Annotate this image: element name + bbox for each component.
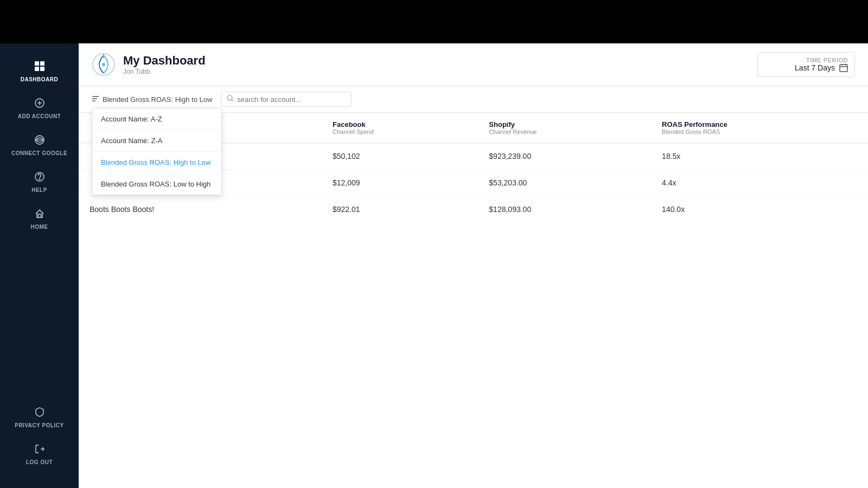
header-title-group: My Dashboard Jon Tubb xyxy=(123,54,206,75)
sidebar-item-label: CONNECT GOOGLE xyxy=(11,150,67,156)
grid-icon xyxy=(34,61,45,74)
svg-rect-2 xyxy=(35,67,39,71)
facebook-spend-cell: $12,009 xyxy=(322,170,478,196)
sidebar-item-log-out[interactable]: LOG OUT xyxy=(0,437,79,472)
svg-rect-16 xyxy=(840,65,847,72)
calendar-icon xyxy=(839,63,848,72)
col-header-roas: ROAS Performance Blended Gross ROAS xyxy=(651,113,868,143)
svg-rect-0 xyxy=(35,61,39,66)
time-period-label: Time Period xyxy=(806,57,848,63)
sidebar-item-label: PRIVACY POLICY xyxy=(15,422,64,428)
sidebar-item-help[interactable]: HELP xyxy=(0,165,79,200)
sort-icon xyxy=(92,95,99,104)
question-circle-icon xyxy=(34,171,45,185)
main-content: My Dashboard Jon Tubb Time Period Last 7… xyxy=(79,43,868,488)
time-period-text: Last 7 Days xyxy=(795,63,835,72)
toolbar: Blended Gross ROAS: High to Low Account … xyxy=(79,86,868,113)
home-icon xyxy=(34,208,45,222)
sort-button[interactable]: Blended Gross ROAS: High to Low xyxy=(92,93,212,106)
dropdown-item-roas-low-high[interactable]: Blended Gross ROAS: Low to High xyxy=(92,174,221,195)
sidebar-item-add-account[interactable]: ADD ACCOUNT xyxy=(0,91,79,126)
search-box xyxy=(221,92,352,107)
svg-rect-11 xyxy=(38,214,41,217)
svg-point-14 xyxy=(102,63,105,66)
sort-dropdown-menu: Account Name: A-Z Account Name: Z-A Blen… xyxy=(92,108,222,195)
account-name-cell: Boots Boots Boots! xyxy=(79,196,322,223)
time-period-value: Last 7 Days xyxy=(795,63,848,72)
shopify-revenue-cell: $53,203.00 xyxy=(478,170,651,196)
svg-rect-1 xyxy=(40,61,44,66)
page-subtitle: Jon Tubb xyxy=(123,68,206,75)
search-icon xyxy=(227,95,234,104)
shopify-revenue-cell: $128,093.00 xyxy=(478,196,651,223)
shopify-revenue-cell: $923,239.00 xyxy=(478,143,651,170)
table-row[interactable]: Boots Boots Boots! $922.01 $128,093.00 1… xyxy=(79,196,868,223)
sidebar: DASHBOARD ADD ACCOUNT xyxy=(0,43,79,488)
sidebar-item-label: HELP xyxy=(31,187,47,193)
roas-performance-cell: 18.5x xyxy=(651,143,868,170)
dropdown-item-roas-high-low[interactable]: Blended Gross ROAS: High to Low xyxy=(92,152,221,174)
plus-circle-icon xyxy=(34,98,45,111)
page-header: My Dashboard Jon Tubb Time Period Last 7… xyxy=(79,43,868,86)
sidebar-nav: DASHBOARD ADD ACCOUNT xyxy=(0,54,79,400)
app-logo xyxy=(92,53,116,76)
svg-rect-3 xyxy=(40,67,44,71)
svg-point-10 xyxy=(39,178,40,179)
sort-label: Blended Gross ROAS: High to Low xyxy=(103,95,212,104)
shield-icon xyxy=(34,407,45,420)
sidebar-item-label: DASHBOARD xyxy=(21,76,59,82)
page-title: My Dashboard xyxy=(123,54,206,68)
col-header-shopify: Shopify Channel Revenue xyxy=(478,113,651,143)
sidebar-item-connect-google[interactable]: CONNECT GOOGLE xyxy=(0,128,79,163)
time-period-widget[interactable]: Time Period Last 7 Days xyxy=(757,52,855,77)
facebook-spend-cell: $50,102 xyxy=(322,143,478,170)
roas-performance-cell: 4.4x xyxy=(651,170,868,196)
link-icon xyxy=(34,134,45,148)
dropdown-item-name-za[interactable]: Account Name: Z-A xyxy=(92,130,221,152)
sidebar-item-label: HOME xyxy=(31,224,48,230)
header-left: My Dashboard Jon Tubb xyxy=(92,53,206,76)
sidebar-bottom: PRIVACY POLICY LOG OUT xyxy=(0,400,79,477)
sidebar-item-dashboard[interactable]: DASHBOARD xyxy=(0,54,79,89)
sign-out-icon xyxy=(34,444,45,457)
roas-performance-cell: 140.0x xyxy=(651,196,868,223)
dropdown-item-name-az[interactable]: Account Name: A-Z xyxy=(92,108,221,130)
col-header-facebook: Facebook Channel Spend xyxy=(322,113,478,143)
sidebar-item-label: ADD ACCOUNT xyxy=(18,113,61,119)
sidebar-item-privacy-policy[interactable]: PRIVACY POLICY xyxy=(0,400,79,435)
search-input[interactable] xyxy=(237,95,346,104)
sidebar-item-label: LOG OUT xyxy=(26,459,53,465)
facebook-spend-cell: $922.01 xyxy=(322,196,478,223)
sidebar-item-home[interactable]: HOME xyxy=(0,202,79,236)
svg-point-23 xyxy=(227,95,232,100)
svg-line-24 xyxy=(232,100,233,101)
